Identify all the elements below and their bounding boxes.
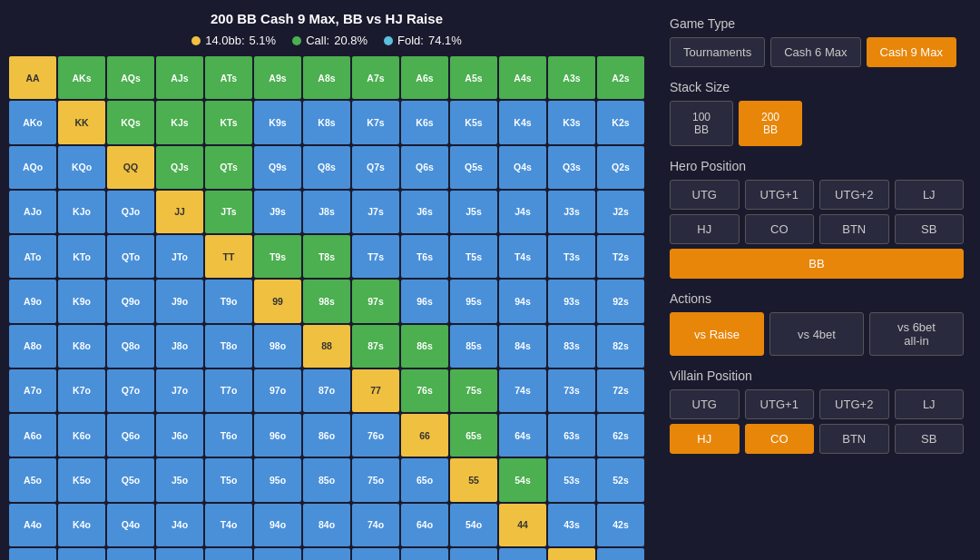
hand-cell-JJ[interactable]: JJ [156, 191, 203, 233]
hand-cell-Q5s[interactable]: Q5s [450, 146, 497, 189]
hand-cell-J7o[interactable]: J7o [156, 369, 203, 412]
btn-vs-6bet[interactable]: vs 6betall-in [869, 312, 964, 356]
hand-cell-A5s[interactable]: A5s [450, 56, 497, 99]
hand-cell-73o[interactable]: 73o [352, 548, 399, 560]
hand-cell-AQo[interactable]: AQo [9, 146, 56, 189]
hand-cell-54o[interactable]: 54o [450, 504, 497, 546]
hand-cell-82s[interactable]: 82s [597, 325, 644, 368]
hand-cell-99[interactable]: 99 [254, 280, 301, 322]
hand-cell-Q3o[interactable]: Q3o [107, 548, 154, 560]
hand-cell-J9o[interactable]: J9o [156, 280, 203, 322]
hand-cell-97o[interactable]: 97o [254, 369, 301, 412]
btn-hero-btn[interactable]: BTN [819, 214, 889, 244]
hand-cell-64s[interactable]: 64s [499, 414, 546, 457]
hand-cell-AKo[interactable]: AKo [9, 101, 56, 143]
hand-cell-T5s[interactable]: T5s [450, 235, 497, 278]
hand-cell-Q8s[interactable]: Q8s [303, 146, 350, 189]
hand-cell-98s[interactable]: 98s [303, 280, 350, 322]
hand-cell-95o[interactable]: 95o [254, 458, 301, 501]
hand-cell-KQo[interactable]: KQo [58, 146, 105, 189]
hand-cell-75s[interactable]: 75s [450, 369, 497, 412]
hand-cell-93s[interactable]: 93s [548, 280, 595, 322]
hand-cell-A2s[interactable]: A2s [597, 56, 644, 99]
hand-cell-62s[interactable]: 62s [597, 414, 644, 457]
btn-villain-lj[interactable]: LJ [895, 389, 965, 419]
hand-cell-55[interactable]: 55 [450, 458, 497, 501]
btn-hero-lj[interactable]: LJ [895, 180, 965, 210]
hand-cell-K8o[interactable]: K8o [58, 325, 105, 368]
hand-cell-98o[interactable]: 98o [254, 325, 301, 368]
hand-cell-52s[interactable]: 52s [597, 458, 644, 501]
hand-cell-Q8o[interactable]: Q8o [107, 325, 154, 368]
hand-cell-K4o[interactable]: K4o [58, 504, 105, 546]
hand-cell-65s[interactable]: 65s [450, 414, 497, 457]
hand-cell-K2s[interactable]: K2s [597, 101, 644, 143]
hand-cell-J7s[interactable]: J7s [352, 191, 399, 233]
hand-cell-A3o[interactable]: A3o [9, 548, 56, 560]
hand-cell-KTs[interactable]: KTs [205, 101, 252, 143]
btn-tournaments[interactable]: Tournaments [670, 37, 765, 67]
hand-cell-74s[interactable]: 74s [499, 369, 546, 412]
hand-cell-T9o[interactable]: T9o [205, 280, 252, 322]
hand-cell-A4o[interactable]: A4o [9, 504, 56, 546]
hand-cell-85o[interactable]: 85o [303, 458, 350, 501]
hand-cell-Q6o[interactable]: Q6o [107, 414, 154, 457]
hand-cell-K6s[interactable]: K6s [401, 101, 448, 143]
hand-cell-83o[interactable]: 83o [303, 548, 350, 560]
btn-hero-hj[interactable]: HJ [670, 214, 740, 244]
hand-cell-88[interactable]: 88 [303, 325, 350, 368]
hand-cell-T4s[interactable]: T4s [499, 235, 546, 278]
hand-cell-KJs[interactable]: KJs [156, 101, 203, 143]
btn-100bb[interactable]: 100BB [670, 101, 733, 146]
hand-cell-T7s[interactable]: T7s [352, 235, 399, 278]
hand-cell-93o[interactable]: 93o [254, 548, 301, 560]
hand-cell-T5o[interactable]: T5o [205, 458, 252, 501]
hand-cell-QTo[interactable]: QTo [107, 235, 154, 278]
hand-cell-72s[interactable]: 72s [597, 369, 644, 412]
hand-cell-A3s[interactable]: A3s [548, 56, 595, 99]
hand-cell-A6o[interactable]: A6o [9, 414, 56, 457]
hand-cell-T2s[interactable]: T2s [597, 235, 644, 278]
hand-cell-A9o[interactable]: A9o [9, 280, 56, 322]
hand-cell-K8s[interactable]: K8s [303, 101, 350, 143]
hand-cell-76s[interactable]: 76s [401, 369, 448, 412]
btn-villain-hj[interactable]: HJ [670, 424, 740, 454]
hand-cell-76o[interactable]: 76o [352, 414, 399, 457]
hand-cell-Q2s[interactable]: Q2s [597, 146, 644, 189]
hand-cell-A8s[interactable]: A8s [303, 56, 350, 99]
btn-villain-btn[interactable]: BTN [819, 424, 889, 454]
hand-cell-73s[interactable]: 73s [548, 369, 595, 412]
hand-cell-J8s[interactable]: J8s [303, 191, 350, 233]
hand-cell-K6o[interactable]: K6o [58, 414, 105, 457]
btn-hero-utg[interactable]: UTG [670, 180, 740, 210]
hand-cell-32s[interactable]: 32s [597, 548, 644, 560]
hand-cell-A5o[interactable]: A5o [9, 458, 56, 501]
hand-cell-J8o[interactable]: J8o [156, 325, 203, 368]
hand-cell-JTs[interactable]: JTs [205, 191, 252, 233]
hand-cell-53s[interactable]: 53s [548, 458, 595, 501]
hand-cell-J6s[interactable]: J6s [401, 191, 448, 233]
hand-cell-77[interactable]: 77 [352, 369, 399, 412]
hand-cell-Q9o[interactable]: Q9o [107, 280, 154, 322]
hand-cell-K9o[interactable]: K9o [58, 280, 105, 322]
hand-cell-T6o[interactable]: T6o [205, 414, 252, 457]
hand-cell-QJs[interactable]: QJs [156, 146, 203, 189]
hand-cell-T4o[interactable]: T4o [205, 504, 252, 546]
hand-cell-QQ[interactable]: QQ [107, 146, 154, 189]
hand-cell-K3s[interactable]: K3s [548, 101, 595, 143]
hand-cell-Q5o[interactable]: Q5o [107, 458, 154, 501]
btn-hero-sb[interactable]: SB [895, 214, 965, 244]
hand-cell-96s[interactable]: 96s [401, 280, 448, 322]
hand-cell-95s[interactable]: 95s [450, 280, 497, 322]
hand-cell-J4s[interactable]: J4s [499, 191, 546, 233]
hand-cell-Q3s[interactable]: Q3s [548, 146, 595, 189]
hand-cell-86s[interactable]: 86s [401, 325, 448, 368]
hand-cell-J6o[interactable]: J6o [156, 414, 203, 457]
hand-cell-43s[interactable]: 43s [548, 504, 595, 546]
hand-cell-86o[interactable]: 86o [303, 414, 350, 457]
btn-vs-raise[interactable]: vs Raise [670, 312, 764, 356]
hand-cell-J2s[interactable]: J2s [597, 191, 644, 233]
hand-cell-T3o[interactable]: T3o [205, 548, 252, 560]
hand-cell-J9s[interactable]: J9s [254, 191, 301, 233]
hand-cell-KK[interactable]: KK [58, 101, 105, 143]
